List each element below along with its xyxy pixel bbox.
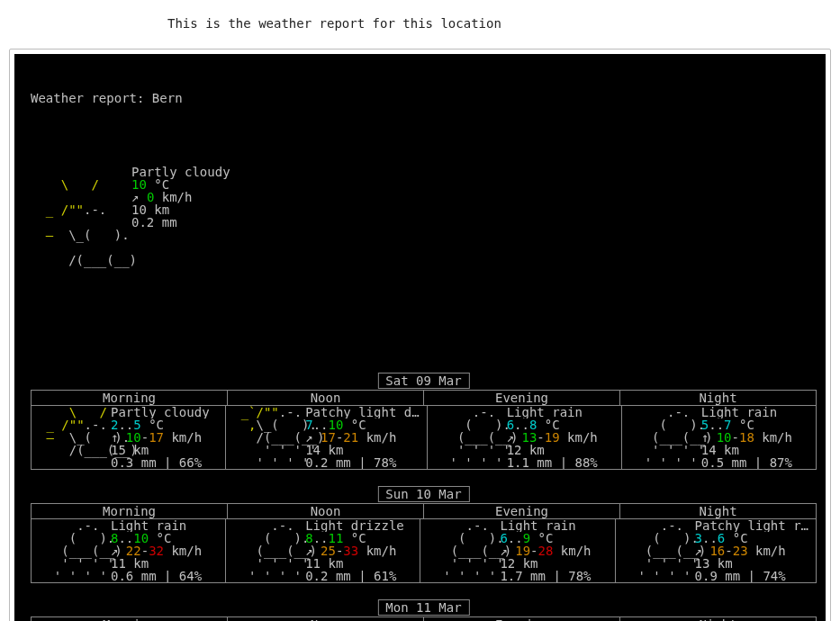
forecast-precip: 0.9 mm | 74% [695,570,808,582]
patchy-light-rain-icon: _`/"".-. ,\_( ). /(___(__) ' ' ' ' ' ' '… [233,406,305,469]
day-title: Sat 09 Mar [377,373,469,389]
forecast-cell: .-. ( ). (___(__) ' ' ' ' ' ' ' 'Light r… [622,406,816,469]
forecast-wind: ↗ 22-32 km/h [111,544,218,557]
forecast-condition: Light drizzle [305,519,412,532]
forecast-temp: 6..9 °C [500,532,607,544]
forecast-precip: 1.7 mm | 78% [500,570,607,582]
forecast-visibility: 15 km [111,444,218,456]
forecast-precip: 0.5 mm | 87% [701,456,808,469]
forecast-condition: Light rain [507,406,614,418]
page-caption: This is the weather report for this loca… [0,0,840,49]
current-precip: 0.2 mm [131,216,230,229]
forecast-cell: .-. ( ). (___(__) ' ' ' ' ' ' ' 'Light r… [32,519,226,582]
light-rain-icon: .-. ( ). (___(__) ' ' ' ' ' ' ' ' [233,519,305,582]
period-header: Night [620,616,816,621]
light-rain-icon: .-. ( ). (___(__) ' ' ' ' ' ' ' ' [428,519,500,582]
forecast-cell: .-. ( ). (___(__) ' ' ' ' ' ' ' 'Light r… [428,406,622,469]
forecast-visibility: 12 km [507,444,614,456]
forecast-day: Mon 11 MarMorningNoonEveningNight .-. ( … [31,599,817,621]
terminal-panel: Weather report: Bern \ / _ /"".-. — \_( … [9,49,831,621]
forecast-condition: Patchy light r… [695,519,808,532]
day-title: Mon 11 Mar [377,599,469,616]
day-title: Sun 10 Mar [377,486,469,502]
forecast-cell: .-. ( ). (___(__) ' ' ' ' ' ' ' 'Light d… [226,519,420,582]
forecast-wind: ↗ 13-19 km/h [507,431,614,444]
forecast-temp: 8..10 °C [111,532,218,544]
period-header: Morning [32,616,228,621]
forecast-temp: 6..8 °C [507,418,614,431]
forecast-temp: 8..11 °C [305,532,412,544]
forecast-precip: 0.6 mm | 64% [111,570,218,582]
forecast-wind: ↗ 16-23 km/h [695,544,808,557]
forecast-wind: ↗ 19-28 km/h [500,544,607,557]
forecast-wind: ↗ 17-21 km/h [305,431,419,444]
forecast-wind: ↑ 10-18 km/h [701,431,808,444]
forecast-cell: \ / _ /"".-. — \_( ). /(___(__) Partly c… [32,406,226,469]
forecast-precip: 0.2 mm | 61% [305,570,412,582]
forecast-cell: .-. ( ). (___(__) ' ' ' ' ' ' ' 'Light r… [420,519,615,582]
period-header: Noon [228,503,424,519]
forecast-cell: _`/"".-. ,\_( ). /(___(__) ' ' ' ' ' ' '… [226,406,427,469]
light-rain-icon: .-. ( ). (___(__) ' ' ' ' ' ' ' ' [435,406,507,469]
report-header: Weather report: Bern [31,92,817,115]
current-conditions: \ / _ /"".-. — \_( ). /(___(__) Partly c… [31,166,817,317]
forecast-condition: Light rain [500,519,607,532]
light-rain-icon: .-. ( ). (___(__) ' ' ' ' ' ' ' ' [39,519,111,582]
period-header: Evening [424,390,620,406]
period-header: Morning [32,390,228,406]
period-header: Evening [424,616,620,621]
forecast-visibility: 11 km [111,557,218,570]
forecast-precip: 0.3 mm | 66% [111,456,218,469]
forecast-temp: 2..5 °C [111,418,218,431]
forecast-day: Sat 09 MarMorningNoonEveningNight \ / _ … [31,373,817,470]
period-header: Noon [228,616,424,621]
forecast-wind: ↗ 25-33 km/h [305,544,412,557]
forecast-condition: Light rain [701,406,808,418]
forecast-temp: 7..10 °C [305,418,419,431]
light-rain-icon: .-. ( ). (___(__) ' ' ' ' ' ' ' ' [623,519,695,582]
current-condition: Partly cloudy [131,166,230,178]
partly-cloudy-icon: \ / _ /"".-. — \_( ). /(___(__) [39,406,111,469]
forecast-condition: Light rain [111,519,218,532]
forecast-precip: 1.1 mm | 88% [507,456,614,469]
period-header: Evening [424,503,620,519]
current-temp: 10 °C [131,178,230,191]
forecast-condition: Partly cloudy [111,406,218,418]
forecast-visibility: 12 km [500,557,607,570]
partly-cloudy-icon: \ / _ /"".-. — \_( ). /(___(__) [31,166,131,317]
period-header: Night [620,390,816,406]
forecast-visibility: 14 km [305,444,419,456]
period-header: Noon [228,390,424,406]
forecast-visibility: 11 km [305,557,412,570]
forecast-temp: 3..6 °C [695,532,808,544]
current-wind: ↗ 0 km/h [131,191,230,203]
forecast-precip: 0.2 mm | 78% [305,456,419,469]
current-visibility: 10 km [131,203,230,216]
forecast-condition: Patchy light d… [305,406,419,418]
forecast-temp: 5..7 °C [701,418,808,431]
forecast-visibility: 13 km [695,557,808,570]
light-rain-icon: .-. ( ). (___(__) ' ' ' ' ' ' ' ' [629,406,701,469]
forecast-wind: ↑ 10-17 km/h [111,431,218,444]
period-header: Morning [32,503,228,519]
period-header: Night [620,503,816,519]
forecast-cell: .-. ( ). (___(__) ' ' ' ' ' ' ' 'Patchy … [616,519,816,582]
forecast-visibility: 14 km [701,444,808,456]
forecast-day: Sun 10 MarMorningNoonEveningNight .-. ( … [31,486,817,583]
